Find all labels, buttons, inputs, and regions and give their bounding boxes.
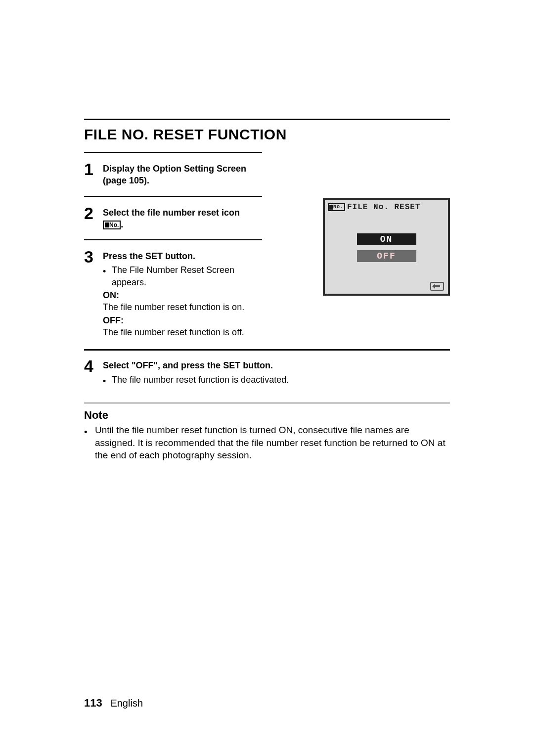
step-title-prefix: Select the file number reset icon [103,208,240,218]
divider [84,196,262,197]
on-label: ON: [103,289,266,301]
page-language: English [110,698,143,709]
step-title: Display the Option Setting Screen (page … [103,164,246,185]
bullet-icon: • [103,264,112,277]
note-heading: Note [84,409,450,422]
divider [84,239,262,240]
divider [84,119,450,120]
step-number: 4 [84,356,103,374]
manual-page: FILE NO. RESET FUNCTION 1 Display the Op… [0,0,534,756]
divider [84,152,262,153]
note-text: Until the file number reset function is … [95,424,450,462]
step-bullet-text: The file number reset function is deacti… [112,374,289,386]
note-item: • Until the file number reset function i… [84,424,450,462]
off-text: The file number reset function is off. [103,326,266,338]
bullet-icon: • [103,374,112,387]
screen-option-off: OFF [357,250,416,262]
page-number: 113 [84,697,102,709]
page-footer: 113 English [84,697,143,710]
on-text: The file number reset function is on. [103,301,266,313]
step-number: 3 [84,247,103,265]
device-screen-illustration: No. FILE No. RESET ON OFF [323,198,450,296]
step-title: Select "OFF", and press the SET button. [103,359,450,371]
off-label: OFF: [103,314,266,326]
file-no-reset-icon: No. [103,221,121,229]
icon-label: No. [333,204,344,210]
return-icon [430,282,444,291]
step-title-suffix: . [121,220,123,229]
step-bullet-text: The File Number Reset Screen appears. [112,264,266,288]
screen-header-text: FILE No. RESET [347,203,420,212]
bullet-icon: • [84,424,95,439]
step-title: Press the SET button. [103,250,266,262]
screen-option-on: ON [357,233,416,245]
step-4: 4 Select "OFF", and press the SET button… [84,356,450,387]
file-no-reset-icon: No. [328,203,345,211]
divider [84,402,450,404]
divider [84,349,450,351]
step-number: 2 [84,204,103,222]
step-number: 1 [84,160,103,178]
step-1: 1 Display the Option Setting Screen (pag… [84,160,450,187]
icon-label: No. [109,222,119,228]
page-title: FILE NO. RESET FUNCTION [84,126,450,143]
